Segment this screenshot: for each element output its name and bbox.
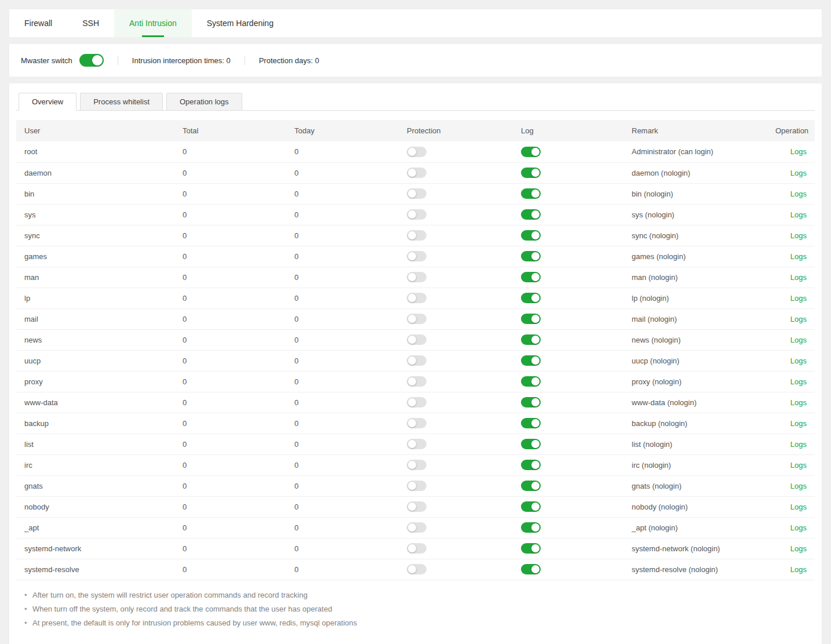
protection-toggle[interactable] [407,522,427,533]
table-row: news 0 0 news (nologin) Logs [16,329,815,350]
log-toggle[interactable] [521,251,541,261]
protection-toggle[interactable] [407,230,427,241]
logs-link[interactable]: Logs [790,356,807,365]
protection-toggle[interactable] [407,355,427,366]
tab-firewall[interactable]: Firewall [9,9,67,37]
logs-link[interactable]: Logs [790,315,807,323]
tab-ssh[interactable]: SSH [67,9,114,37]
logs-link[interactable]: Logs [790,398,807,407]
log-toggle[interactable] [521,543,541,554]
total-cell: 0 [174,141,286,162]
master-switch-toggle[interactable] [79,54,104,67]
logs-link[interactable]: Logs [790,482,807,490]
logs-link[interactable]: Logs [790,544,807,553]
log-toggle[interactable] [521,147,541,157]
logs-link[interactable]: Logs [790,273,807,282]
log-toggle[interactable] [521,168,541,178]
protection-toggle[interactable] [407,209,427,220]
log-toggle[interactable] [521,230,541,241]
logs-link[interactable]: Logs [790,565,807,574]
logs-link[interactable]: Logs [790,294,807,303]
log-toggle[interactable] [521,314,541,324]
log-toggle[interactable] [521,188,541,199]
protection-toggle[interactable] [407,439,427,449]
protection-toggle[interactable] [407,397,427,407]
tab-label: Firewall [24,19,52,28]
protection-toggle[interactable] [407,334,427,345]
log-toggle[interactable] [521,501,541,512]
switch-bar: Mwaster switch Intrusion interception ti… [9,44,822,77]
protection-toggle[interactable] [407,460,427,470]
logs-link[interactable]: Logs [790,377,807,386]
today-cell: 0 [286,496,399,517]
log-toggle[interactable] [521,439,541,449]
tab-anti-intrusion[interactable]: Anti Intrusion [114,9,192,37]
table-row: irc 0 0 irc (nologin) Logs [16,454,815,475]
logs-link[interactable]: Logs [790,336,807,344]
today-cell: 0 [286,538,399,559]
protection-toggle[interactable] [407,147,427,157]
protection-toggle[interactable] [407,418,427,428]
logs-link[interactable]: Logs [790,461,807,470]
logs-link[interactable]: Logs [790,419,807,428]
log-toggle[interactable] [521,460,541,470]
today-cell: 0 [286,559,399,580]
protection-toggle[interactable] [407,293,427,303]
logs-link[interactable]: Logs [790,210,807,219]
protection-toggle[interactable] [407,543,427,554]
log-toggle[interactable] [521,376,541,387]
table-row: man 0 0 man (nologin) Logs [16,267,815,288]
logs-link[interactable]: Logs [790,440,807,449]
logs-link[interactable]: Logs [790,231,807,240]
col-header-protection: Protection [399,120,513,141]
user-cell: backup [16,413,174,434]
logs-link[interactable]: Logs [790,147,807,156]
log-toggle[interactable] [521,481,541,491]
protection-toggle[interactable] [407,168,427,178]
toggle-knob [408,503,416,511]
subtab-overview[interactable]: Overview [19,93,76,111]
protection-toggle[interactable] [407,188,427,199]
user-cell: root [16,141,174,162]
log-toggle[interactable] [521,293,541,303]
log-toggle[interactable] [521,418,541,428]
protection-toggle[interactable] [407,314,427,324]
logs-link[interactable]: Logs [790,169,807,177]
intrusion-interception-stat: Intrusion interception times: 0 [132,56,231,65]
log-toggle[interactable] [521,334,541,345]
table-row: mail 0 0 mail (nologin) Logs [16,308,815,329]
log-toggle[interactable] [521,397,541,407]
protection-toggle[interactable] [407,564,427,574]
logs-link[interactable]: Logs [790,523,807,532]
table-row: daemon 0 0 daemon (nologin) Logs [16,162,815,183]
total-cell: 0 [174,308,286,329]
logs-link[interactable]: Logs [790,190,807,198]
user-cell: man [16,267,174,288]
total-cell: 0 [174,204,286,225]
log-toggle[interactable] [521,522,541,533]
protection-toggle[interactable] [407,501,427,512]
total-cell: 0 [174,413,286,434]
log-toggle[interactable] [521,355,541,366]
protection-toggle[interactable] [407,376,427,387]
user-cell: lp [16,288,174,308]
log-toggle[interactable] [521,272,541,282]
toggle-knob [531,231,540,239]
tab-system-hardening[interactable]: System Hardening [192,9,289,37]
table-row: proxy 0 0 proxy (nologin) Logs [16,371,815,392]
logs-link[interactable]: Logs [790,503,807,511]
logs-link[interactable]: Logs [790,252,807,261]
protection-toggle[interactable] [407,481,427,491]
subtab-process-whitelist[interactable]: Process whitelist [80,93,163,111]
today-cell: 0 [286,434,399,454]
log-toggle[interactable] [521,209,541,220]
protection-toggle[interactable] [407,251,427,261]
total-cell: 0 [174,350,286,371]
subtab-operation-logs[interactable]: Operation logs [166,93,242,111]
subtab-label: Overview [32,97,63,106]
log-toggle[interactable] [521,564,541,574]
today-cell: 0 [286,162,399,183]
protection-toggle[interactable] [407,272,427,282]
note-item: At present, the default is only for intr… [24,616,815,630]
table-row: uucp 0 0 uucp (nologin) Logs [16,350,815,371]
